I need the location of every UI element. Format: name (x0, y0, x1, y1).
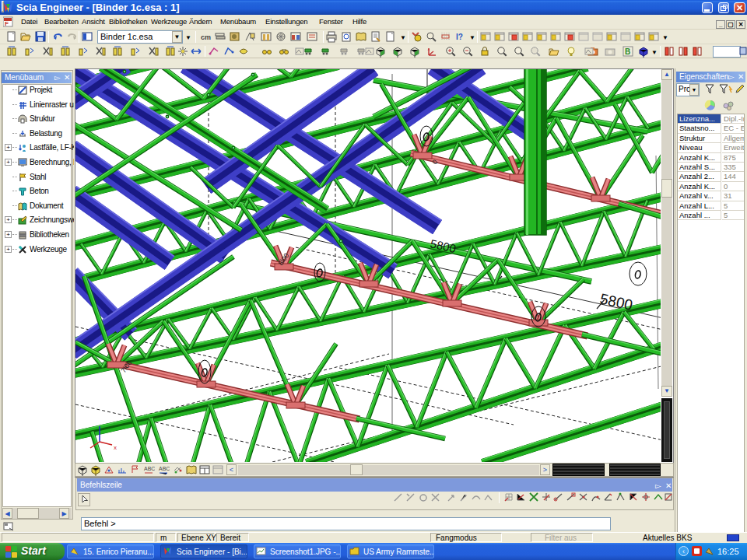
svg-text:ABC: ABC (159, 466, 170, 471)
svg-text:cm: cm (201, 33, 211, 41)
svg-text:F: F (5, 20, 9, 27)
svg-text:x: x (114, 444, 117, 451)
svg-text:I?: I? (456, 33, 463, 41)
svg-text:B: B (625, 47, 630, 56)
svg-text:ABC: ABC (144, 466, 155, 471)
